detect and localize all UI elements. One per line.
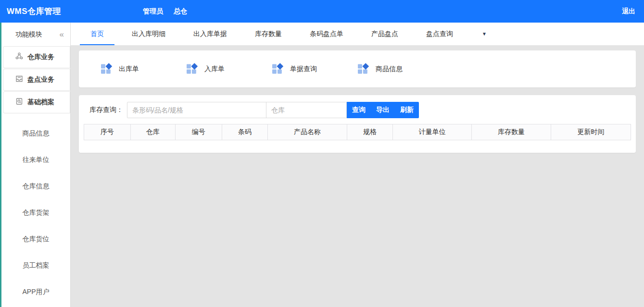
quick-link[interactable]: 入库单 [186,63,272,75]
sidebar-item-label: 仓库货架 [23,209,50,217]
tab[interactable]: 库存数量 [244,23,292,45]
tab[interactable]: 条码盘点单 [299,23,354,45]
current-warehouse-label[interactable]: 总仓 [174,7,187,16]
sidebar-item[interactable]: 员工档案 [1,252,70,279]
warehouse-input[interactable] [266,102,347,118]
sidebar-group-label: 仓库业务 [27,53,54,61]
stock-table-column-header[interactable]: 编号 [175,124,222,140]
tab-label: 首页 [90,30,104,38]
tab[interactable]: 出入库明细 [121,23,176,45]
sidebar-item[interactable]: 仓库货架 [1,199,70,226]
share-nodes-icon [15,52,23,62]
query-action-button[interactable]: 查询 [347,102,371,118]
tab-bar: 首页 出入库明细 出入库单据 库存数量 条码盘点单 产品盘点 盘点查询 ▼ [71,23,644,46]
quick-link[interactable]: 出库单 [101,63,186,75]
quick-link-label: 入库单 [204,65,225,74]
sidebar-item[interactable]: 商品信息 [1,120,70,147]
app-grid-icon [357,63,369,75]
sidebar-header: 功能模块 « [1,23,70,46]
tab[interactable]: 产品盘点 [361,23,409,45]
logout-button[interactable]: 退出 [622,7,635,16]
stock-query-panel: 库存查询： 查询导出刷新 [79,95,636,153]
tab[interactable]: 盘点查询 [416,23,464,45]
sidebar-title: 功能模块 [15,30,42,39]
sidebar-group-label: 基础档案 [27,98,54,107]
app-grid-icon [101,63,113,75]
app-grid-icon [186,63,198,75]
user-area: 管理员 总仓 [143,7,187,16]
top-header-bar: WMS仓库管理 管理员 总仓 退出 [0,0,644,23]
quick-link-label: 单据查询 [290,65,317,74]
stock-table-column-header[interactable]: 仓库 [130,124,175,140]
quick-link-label: 出库单 [119,65,139,74]
quick-link[interactable]: 单据查询 [272,63,357,75]
sidebar: 功能模块 « 仓库业务 盘点业务 [0,23,71,307]
tab[interactable]: 首页 [80,23,114,45]
stock-table-column-header[interactable]: 产品名称 [268,124,347,140]
sidebar-item-label: 商品信息 [23,129,50,138]
inbox-icon [15,75,23,85]
sidebar-item-label: 仓库货位 [23,235,50,244]
sidebar-item[interactable]: 仓库货位 [1,226,70,252]
stock-table-header-row: 序号仓库编号条码产品名称规格计量单位库存数量更新时间 [84,124,631,140]
app-grid-icon [272,63,284,75]
tab-label: 产品盘点 [371,30,398,38]
stock-query-label: 库存查询： [89,106,123,114]
stock-table-column-header[interactable]: 更新时间 [551,124,631,140]
sidebar-item-label: 仓库信息 [23,182,50,191]
sidebar-item[interactable]: APP用户 [1,279,70,305]
stock-query-row: 库存查询： 查询导出刷新 [84,102,631,118]
quick-link-label: 商品信息 [376,65,403,74]
stock-table-column-header[interactable]: 库存数量 [472,124,551,140]
sidebar-item-list: 商品信息 往来单位 仓库信息 仓库货架 仓库货位 员工档案 APP用户 [1,114,70,305]
app-title: WMS仓库管理 [7,6,61,17]
stock-table-column-header[interactable]: 条码 [222,124,268,140]
sidebar-group-stocktaking-business[interactable]: 盘点业务 [3,69,70,91]
tab-label: 盘点查询 [426,30,453,38]
sidebar-group-warehouse-business[interactable]: 仓库业务 [3,46,70,68]
content-area: 出库单 入库单 [71,46,644,158]
query-action-button[interactable]: 导出 [371,102,395,118]
tab-label: 条码盘点单 [310,30,343,38]
keyword-input[interactable] [127,102,266,118]
stock-table-column-header[interactable]: 规格 [347,124,393,140]
sidebar-group-basic-archives[interactable]: 基础档案 [3,91,70,113]
sidebar-item[interactable]: 往来单位 [1,147,70,173]
stock-table-column-header[interactable]: 序号 [84,124,131,140]
tabs-overflow-caret-icon[interactable]: ▼ [482,23,487,45]
quick-link[interactable]: 商品信息 [357,63,443,75]
tab-label: 出入库明细 [132,30,165,38]
stock-table: 序号仓库编号条码产品名称规格计量单位库存数量更新时间 [84,124,631,140]
tab-label: 出入库单据 [193,30,227,38]
stock-table-column-header[interactable]: 计量单位 [393,124,472,140]
sidebar-item-label: 往来单位 [23,156,50,164]
quick-links-panel: 出库单 入库单 [79,50,636,87]
query-action-button[interactable]: 刷新 [395,102,419,118]
query-button-group: 查询导出刷新 [347,102,419,118]
sidebar-collapse-icon[interactable]: « [60,30,64,39]
sidebar-item[interactable]: 仓库信息 [1,173,70,199]
main-area: 首页 出入库明细 出入库单据 库存数量 条码盘点单 产品盘点 盘点查询 ▼ [71,23,644,307]
sidebar-group-label: 盘点业务 [27,75,54,84]
sidebar-item-label: 员工档案 [23,261,50,270]
tab[interactable]: 出入库单据 [183,23,238,45]
tab-label: 库存数量 [255,30,282,38]
file-search-icon [15,98,23,107]
sidebar-item-label: APP用户 [22,288,49,296]
current-user-label[interactable]: 管理员 [143,7,163,16]
